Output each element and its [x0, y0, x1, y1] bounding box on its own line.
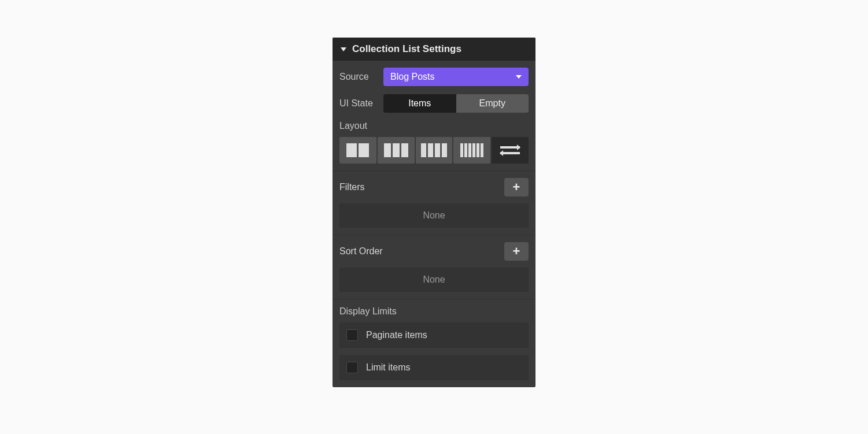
caret-down-icon	[341, 47, 346, 51]
chevron-down-icon	[516, 75, 522, 79]
layout-options	[339, 137, 529, 164]
plus-icon: +	[513, 181, 520, 194]
section-sort: Sort Order + None	[333, 235, 535, 299]
panel-title: Collection List Settings	[352, 43, 461, 55]
section-filters: Filters + None	[333, 171, 535, 235]
layout-label: Layout	[339, 121, 529, 131]
add-filter-button[interactable]: +	[504, 178, 529, 196]
source-select[interactable]: Blog Posts	[383, 68, 529, 86]
sort-label: Sort Order	[339, 246, 383, 257]
limit-label: Limit items	[366, 362, 410, 373]
source-value: Blog Posts	[390, 72, 434, 82]
limits-label: Display Limits	[339, 306, 529, 317]
limit-checkbox[interactable]	[346, 362, 358, 373]
layout-3col-button[interactable]	[378, 137, 415, 164]
section-limits: Display Limits Paginate items Limit item…	[333, 299, 535, 387]
columns-4-icon	[421, 143, 447, 157]
plus-icon: +	[513, 245, 520, 258]
layout-2col-button[interactable]	[339, 137, 376, 164]
layout-6col-button[interactable]	[453, 137, 490, 164]
columns-3-icon	[384, 143, 408, 157]
paginate-row[interactable]: Paginate items	[339, 322, 529, 348]
uistate-items[interactable]: Items	[383, 94, 456, 113]
uistate-empty[interactable]: Empty	[456, 94, 529, 113]
paginate-checkbox[interactable]	[346, 329, 358, 341]
sort-empty[interactable]: None	[339, 268, 529, 292]
layout-fullwidth-button[interactable]	[492, 137, 529, 164]
layout-4col-button[interactable]	[416, 137, 453, 164]
uistate-label: UI State	[339, 98, 376, 109]
section-main: Source Blog Posts UI State Items Empty L…	[333, 61, 535, 171]
collection-list-settings-panel: Collection List Settings Source Blog Pos…	[333, 38, 535, 387]
filters-label: Filters	[339, 182, 365, 192]
limit-row[interactable]: Limit items	[339, 355, 529, 380]
source-label: Source	[339, 72, 376, 82]
panel-header[interactable]: Collection List Settings	[333, 38, 535, 61]
columns-2-icon	[346, 143, 369, 157]
paginate-label: Paginate items	[366, 330, 427, 340]
add-sort-button[interactable]: +	[504, 242, 529, 261]
fullwidth-icon	[500, 146, 520, 154]
filters-empty[interactable]: None	[339, 203, 529, 228]
columns-6-icon	[460, 143, 483, 157]
uistate-segmented: Items Empty	[383, 94, 529, 113]
